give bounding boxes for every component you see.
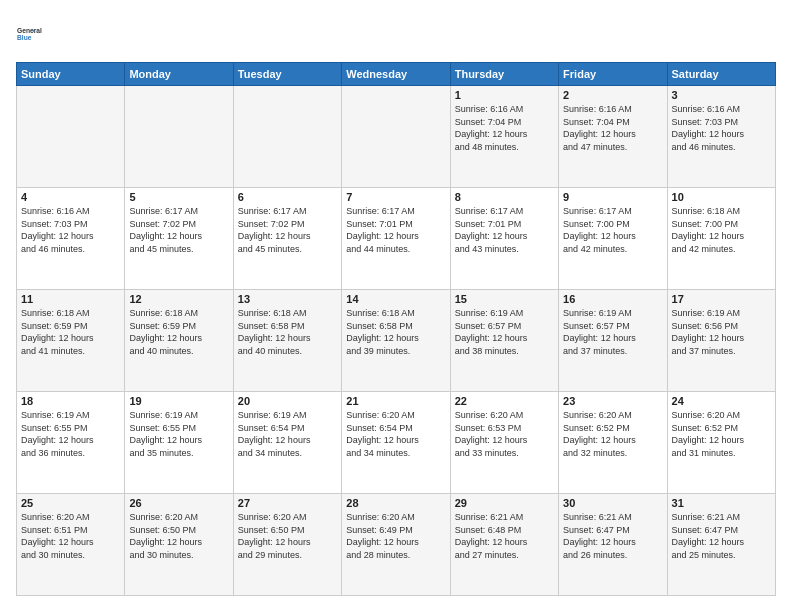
day-info: Sunrise: 6:18 AM Sunset: 7:00 PM Dayligh…	[672, 205, 771, 255]
calendar-cell	[342, 86, 450, 188]
day-info: Sunrise: 6:21 AM Sunset: 6:48 PM Dayligh…	[455, 511, 554, 561]
day-info: Sunrise: 6:19 AM Sunset: 6:57 PM Dayligh…	[455, 307, 554, 357]
day-number: 6	[238, 191, 337, 203]
day-info: Sunrise: 6:18 AM Sunset: 6:58 PM Dayligh…	[238, 307, 337, 357]
calendar-cell: 22Sunrise: 6:20 AM Sunset: 6:53 PM Dayli…	[450, 392, 558, 494]
calendar-day-header: Wednesday	[342, 63, 450, 86]
day-info: Sunrise: 6:20 AM Sunset: 6:50 PM Dayligh…	[129, 511, 228, 561]
day-number: 20	[238, 395, 337, 407]
day-info: Sunrise: 6:20 AM Sunset: 6:52 PM Dayligh…	[672, 409, 771, 459]
calendar-day-header: Thursday	[450, 63, 558, 86]
calendar-cell: 19Sunrise: 6:19 AM Sunset: 6:55 PM Dayli…	[125, 392, 233, 494]
day-number: 12	[129, 293, 228, 305]
day-info: Sunrise: 6:17 AM Sunset: 7:02 PM Dayligh…	[129, 205, 228, 255]
day-number: 31	[672, 497, 771, 509]
calendar-cell: 26Sunrise: 6:20 AM Sunset: 6:50 PM Dayli…	[125, 494, 233, 596]
day-info: Sunrise: 6:21 AM Sunset: 6:47 PM Dayligh…	[672, 511, 771, 561]
day-number: 13	[238, 293, 337, 305]
svg-text:Blue: Blue	[17, 34, 32, 41]
day-info: Sunrise: 6:17 AM Sunset: 7:01 PM Dayligh…	[346, 205, 445, 255]
day-info: Sunrise: 6:18 AM Sunset: 6:59 PM Dayligh…	[129, 307, 228, 357]
calendar-cell: 11Sunrise: 6:18 AM Sunset: 6:59 PM Dayli…	[17, 290, 125, 392]
day-number: 5	[129, 191, 228, 203]
calendar-cell: 16Sunrise: 6:19 AM Sunset: 6:57 PM Dayli…	[559, 290, 667, 392]
day-info: Sunrise: 6:16 AM Sunset: 7:03 PM Dayligh…	[672, 103, 771, 153]
day-info: Sunrise: 6:16 AM Sunset: 7:04 PM Dayligh…	[455, 103, 554, 153]
day-number: 22	[455, 395, 554, 407]
day-info: Sunrise: 6:19 AM Sunset: 6:54 PM Dayligh…	[238, 409, 337, 459]
day-number: 27	[238, 497, 337, 509]
day-number: 10	[672, 191, 771, 203]
calendar-cell: 7Sunrise: 6:17 AM Sunset: 7:01 PM Daylig…	[342, 188, 450, 290]
day-info: Sunrise: 6:17 AM Sunset: 7:02 PM Dayligh…	[238, 205, 337, 255]
day-number: 28	[346, 497, 445, 509]
day-info: Sunrise: 6:21 AM Sunset: 6:47 PM Dayligh…	[563, 511, 662, 561]
calendar-week-row: 18Sunrise: 6:19 AM Sunset: 6:55 PM Dayli…	[17, 392, 776, 494]
calendar-cell: 17Sunrise: 6:19 AM Sunset: 6:56 PM Dayli…	[667, 290, 775, 392]
day-number: 14	[346, 293, 445, 305]
calendar-cell: 25Sunrise: 6:20 AM Sunset: 6:51 PM Dayli…	[17, 494, 125, 596]
svg-text:General: General	[17, 27, 42, 34]
calendar-cell	[17, 86, 125, 188]
day-info: Sunrise: 6:20 AM Sunset: 6:53 PM Dayligh…	[455, 409, 554, 459]
day-info: Sunrise: 6:20 AM Sunset: 6:52 PM Dayligh…	[563, 409, 662, 459]
calendar-cell: 20Sunrise: 6:19 AM Sunset: 6:54 PM Dayli…	[233, 392, 341, 494]
day-info: Sunrise: 6:20 AM Sunset: 6:51 PM Dayligh…	[21, 511, 120, 561]
calendar-cell: 6Sunrise: 6:17 AM Sunset: 7:02 PM Daylig…	[233, 188, 341, 290]
day-number: 4	[21, 191, 120, 203]
day-info: Sunrise: 6:16 AM Sunset: 7:04 PM Dayligh…	[563, 103, 662, 153]
calendar-table: SundayMondayTuesdayWednesdayThursdayFrid…	[16, 62, 776, 596]
calendar-cell	[125, 86, 233, 188]
calendar-cell: 8Sunrise: 6:17 AM Sunset: 7:01 PM Daylig…	[450, 188, 558, 290]
day-number: 29	[455, 497, 554, 509]
day-number: 3	[672, 89, 771, 101]
calendar-cell	[233, 86, 341, 188]
day-number: 16	[563, 293, 662, 305]
calendar-cell: 21Sunrise: 6:20 AM Sunset: 6:54 PM Dayli…	[342, 392, 450, 494]
calendar-cell: 3Sunrise: 6:16 AM Sunset: 7:03 PM Daylig…	[667, 86, 775, 188]
calendar-cell: 12Sunrise: 6:18 AM Sunset: 6:59 PM Dayli…	[125, 290, 233, 392]
calendar-day-header: Friday	[559, 63, 667, 86]
calendar-cell: 23Sunrise: 6:20 AM Sunset: 6:52 PM Dayli…	[559, 392, 667, 494]
day-number: 9	[563, 191, 662, 203]
calendar-cell: 5Sunrise: 6:17 AM Sunset: 7:02 PM Daylig…	[125, 188, 233, 290]
day-info: Sunrise: 6:16 AM Sunset: 7:03 PM Dayligh…	[21, 205, 120, 255]
day-info: Sunrise: 6:18 AM Sunset: 6:59 PM Dayligh…	[21, 307, 120, 357]
calendar-cell: 1Sunrise: 6:16 AM Sunset: 7:04 PM Daylig…	[450, 86, 558, 188]
calendar-day-header: Saturday	[667, 63, 775, 86]
calendar-cell: 15Sunrise: 6:19 AM Sunset: 6:57 PM Dayli…	[450, 290, 558, 392]
header: General Blue	[16, 16, 776, 52]
calendar-week-row: 25Sunrise: 6:20 AM Sunset: 6:51 PM Dayli…	[17, 494, 776, 596]
day-number: 25	[21, 497, 120, 509]
calendar-cell: 13Sunrise: 6:18 AM Sunset: 6:58 PM Dayli…	[233, 290, 341, 392]
page: General Blue SundayMondayTuesdayWednesda…	[0, 0, 792, 612]
calendar-cell: 14Sunrise: 6:18 AM Sunset: 6:58 PM Dayli…	[342, 290, 450, 392]
day-info: Sunrise: 6:19 AM Sunset: 6:56 PM Dayligh…	[672, 307, 771, 357]
calendar-cell: 24Sunrise: 6:20 AM Sunset: 6:52 PM Dayli…	[667, 392, 775, 494]
logo-icon: General Blue	[16, 16, 52, 52]
day-number: 8	[455, 191, 554, 203]
day-number: 1	[455, 89, 554, 101]
day-info: Sunrise: 6:19 AM Sunset: 6:55 PM Dayligh…	[21, 409, 120, 459]
day-info: Sunrise: 6:17 AM Sunset: 7:00 PM Dayligh…	[563, 205, 662, 255]
calendar-week-row: 4Sunrise: 6:16 AM Sunset: 7:03 PM Daylig…	[17, 188, 776, 290]
day-info: Sunrise: 6:20 AM Sunset: 6:49 PM Dayligh…	[346, 511, 445, 561]
calendar-cell: 4Sunrise: 6:16 AM Sunset: 7:03 PM Daylig…	[17, 188, 125, 290]
day-number: 11	[21, 293, 120, 305]
calendar-day-header: Monday	[125, 63, 233, 86]
calendar-cell: 2Sunrise: 6:16 AM Sunset: 7:04 PM Daylig…	[559, 86, 667, 188]
calendar-day-header: Sunday	[17, 63, 125, 86]
day-info: Sunrise: 6:20 AM Sunset: 6:54 PM Dayligh…	[346, 409, 445, 459]
calendar-cell: 29Sunrise: 6:21 AM Sunset: 6:48 PM Dayli…	[450, 494, 558, 596]
day-info: Sunrise: 6:20 AM Sunset: 6:50 PM Dayligh…	[238, 511, 337, 561]
calendar-cell: 9Sunrise: 6:17 AM Sunset: 7:00 PM Daylig…	[559, 188, 667, 290]
calendar-cell: 31Sunrise: 6:21 AM Sunset: 6:47 PM Dayli…	[667, 494, 775, 596]
calendar-cell: 10Sunrise: 6:18 AM Sunset: 7:00 PM Dayli…	[667, 188, 775, 290]
calendar-day-header: Tuesday	[233, 63, 341, 86]
calendar-cell: 28Sunrise: 6:20 AM Sunset: 6:49 PM Dayli…	[342, 494, 450, 596]
calendar-week-row: 1Sunrise: 6:16 AM Sunset: 7:04 PM Daylig…	[17, 86, 776, 188]
day-info: Sunrise: 6:18 AM Sunset: 6:58 PM Dayligh…	[346, 307, 445, 357]
day-info: Sunrise: 6:19 AM Sunset: 6:57 PM Dayligh…	[563, 307, 662, 357]
day-number: 7	[346, 191, 445, 203]
day-info: Sunrise: 6:17 AM Sunset: 7:01 PM Dayligh…	[455, 205, 554, 255]
